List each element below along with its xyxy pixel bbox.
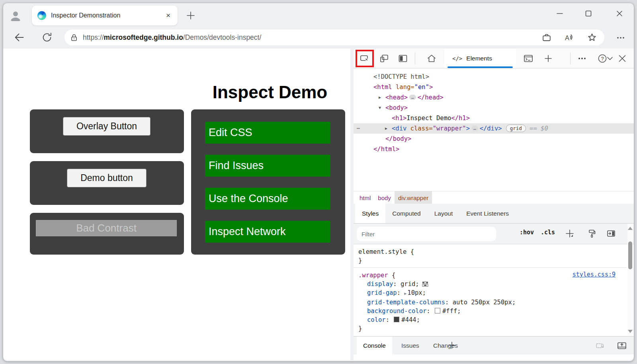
code-token: "wrapper" bbox=[433, 125, 466, 132]
code-token: : bbox=[393, 280, 401, 288]
styles-filter-input[interactable] bbox=[357, 227, 496, 241]
dom-tree-row[interactable]: ▼<body> bbox=[354, 103, 634, 113]
element-style-rule[interactable]: element.style {} bbox=[354, 244, 627, 267]
grid-badge[interactable]: grid bbox=[506, 125, 526, 132]
code-token: </div> bbox=[480, 125, 502, 132]
tab-styles[interactable]: Styles bbox=[355, 204, 385, 223]
overlay-button[interactable]: Overlay Button bbox=[63, 117, 150, 136]
code-token: background-color bbox=[367, 308, 426, 315]
use-the-console-button[interactable]: Use the Console bbox=[205, 188, 330, 210]
scroll-thumb[interactable] bbox=[628, 241, 632, 269]
dom-tree-row[interactable]: <!DOCTYPE html> bbox=[354, 72, 634, 82]
code-token: <h1> bbox=[392, 115, 406, 122]
scroll-down-arrow[interactable] bbox=[628, 330, 633, 333]
svg-text:?: ? bbox=[601, 56, 604, 62]
favorites-star-icon[interactable] bbox=[588, 33, 596, 42]
demo-button[interactable]: Demo button bbox=[67, 169, 147, 187]
dock-side-button[interactable] bbox=[398, 54, 408, 63]
code-token: : bbox=[426, 308, 434, 315]
svg-text:A: A bbox=[565, 34, 569, 41]
color-swatch[interactable] bbox=[394, 317, 399, 322]
minimize-button[interactable] bbox=[554, 9, 566, 18]
read-aloud-icon[interactable]: A bbox=[565, 33, 574, 42]
breadcrumb-item-div-wrapper[interactable]: div.wrapper bbox=[395, 191, 432, 204]
briefcase-icon[interactable] bbox=[542, 33, 551, 42]
bad-contrast-button[interactable]: Bad Contrast bbox=[36, 220, 177, 236]
url-text[interactable]: https://microsoftedge.github.io/Demos/de… bbox=[83, 33, 542, 42]
new-style-rule-button[interactable] bbox=[565, 229, 574, 238]
back-button[interactable] bbox=[14, 32, 25, 43]
stylesheet-link[interactable]: styles.css:9 bbox=[573, 271, 616, 278]
devtools-close-button[interactable] bbox=[617, 54, 627, 63]
address-bar[interactable]: https://microsoftedge.github.io/Demos/de… bbox=[64, 29, 604, 45]
tab-layout[interactable]: Layout bbox=[428, 204, 460, 223]
code-token: > bbox=[429, 84, 433, 91]
css-declaration[interactable]: color: #444; bbox=[358, 315, 622, 324]
collapsed-ellipsis-icon[interactable]: … bbox=[409, 95, 416, 100]
drawer-tab-issues[interactable]: Issues bbox=[395, 337, 426, 354]
browser-window: Inspector Demonstration × https://micros… bbox=[3, 3, 634, 361]
tab-computed[interactable]: Computed bbox=[385, 204, 428, 223]
grid-editor-icon[interactable] bbox=[422, 280, 428, 286]
css-declaration[interactable]: grid-template-columns: auto 250px 250px; bbox=[358, 298, 622, 307]
tab-event-listeners[interactable]: Event Listeners bbox=[459, 204, 516, 223]
open-panel-button[interactable] bbox=[607, 229, 616, 238]
paint-format-button[interactable] bbox=[588, 229, 596, 238]
drawer-tab-console[interactable]: Console bbox=[357, 337, 392, 354]
browser-tab[interactable]: Inspector Demonstration × bbox=[32, 6, 178, 25]
row-options-icon[interactable]: ⋯ bbox=[357, 123, 360, 134]
maximize-button[interactable] bbox=[582, 9, 594, 18]
demo-button-box: Demo button bbox=[30, 161, 184, 205]
collapsed-ellipsis-icon[interactable]: … bbox=[471, 126, 478, 131]
dom-tree-row[interactable]: ⋯▶<div class="wrapper">…</div>grid == $0 bbox=[354, 123, 634, 134]
expand-arrow-icon[interactable]: ▼ bbox=[379, 103, 381, 113]
console-panel-button[interactable] bbox=[524, 54, 533, 63]
code-token: <html bbox=[373, 84, 392, 91]
dom-tree-row[interactable]: </body> bbox=[354, 134, 634, 144]
code-token: </h1> bbox=[451, 115, 470, 122]
element-class-toggle[interactable]: .cls bbox=[541, 229, 555, 236]
inspect-network-button[interactable]: Inspect Network bbox=[205, 221, 330, 243]
dom-tree-row[interactable]: <html lang="en"> bbox=[354, 82, 634, 92]
profile-avatar[interactable] bbox=[9, 9, 22, 22]
close-window-button[interactable] bbox=[614, 9, 625, 18]
code-token: == $0 bbox=[526, 125, 548, 132]
find-issues-button[interactable]: Find Issues bbox=[205, 155, 330, 177]
add-panel-button[interactable] bbox=[543, 54, 553, 63]
device-emulation-button[interactable] bbox=[379, 54, 389, 63]
edit-css-button[interactable]: Edit CSS bbox=[205, 122, 330, 144]
lock-icon[interactable] bbox=[70, 33, 78, 41]
new-tab-button[interactable] bbox=[186, 10, 196, 21]
css-declaration[interactable]: background-color: #fff; bbox=[358, 307, 622, 315]
scroll-up-arrow[interactable] bbox=[628, 227, 633, 230]
help-button[interactable]: ? bbox=[598, 54, 607, 63]
green-button-box: Edit CSSFind IssuesUse the ConsoleInspec… bbox=[191, 109, 345, 255]
css-declaration[interactable]: grid-gap: ▶10px; bbox=[358, 288, 622, 298]
more-tools-button[interactable] bbox=[577, 54, 587, 63]
browser-menu-button[interactable] bbox=[616, 33, 626, 45]
home-button[interactable] bbox=[427, 54, 436, 63]
code-token: </html> bbox=[373, 146, 399, 153]
tab-elements[interactable]: </> Elements bbox=[444, 49, 516, 68]
pseudo-state-toggle[interactable]: :hov bbox=[520, 229, 534, 236]
breadcrumb-item-html[interactable]: html bbox=[356, 191, 374, 204]
expand-arrow-icon[interactable]: ▶ bbox=[385, 123, 387, 134]
dom-tree-row[interactable]: <h1>Inspect Demo</h1> bbox=[354, 113, 634, 123]
color-swatch[interactable] bbox=[435, 308, 440, 313]
chevron-down-icon[interactable] bbox=[607, 55, 613, 63]
styles-scrollbar[interactable] bbox=[627, 224, 633, 336]
rotate-dashed-button[interactable] bbox=[596, 341, 605, 350]
tab-close-icon[interactable]: × bbox=[164, 11, 172, 20]
css-rule[interactable]: .wrapper {styles.css:9display: grid;grid… bbox=[354, 267, 627, 335]
breadcrumb-item-body[interactable]: body bbox=[374, 191, 395, 204]
dom-tree-row[interactable]: </html> bbox=[354, 144, 634, 154]
edge-logo-icon bbox=[37, 11, 46, 20]
drawer: ConsoleIssuesChanges bbox=[354, 336, 634, 360]
dom-tree-row[interactable]: ▶<head>…</head> bbox=[354, 92, 634, 103]
css-declaration[interactable]: display: grid; bbox=[358, 280, 622, 288]
expand-drawer-button[interactable] bbox=[617, 341, 627, 350]
expand-arrow-icon[interactable]: ▶ bbox=[379, 92, 381, 103]
drawer-tab-changes[interactable]: Changes bbox=[427, 337, 464, 354]
code-token: <!DOCTYPE html> bbox=[373, 73, 429, 80]
refresh-button[interactable] bbox=[41, 32, 53, 43]
